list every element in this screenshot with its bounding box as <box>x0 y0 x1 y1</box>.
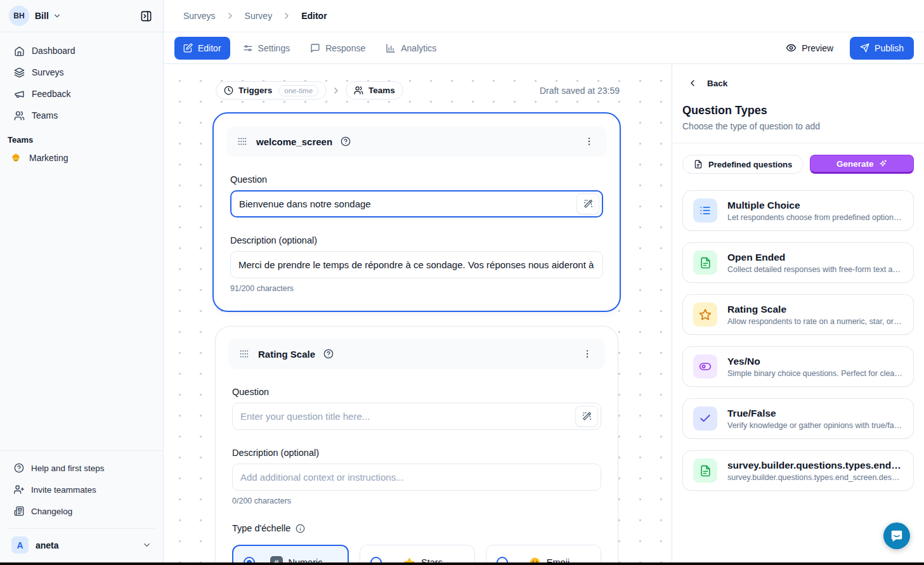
question-type-open-ended[interactable]: Open Ended Collect detailed responses wi… <box>682 242 914 283</box>
sidebar-item-invite[interactable]: Invite teammates <box>8 479 155 500</box>
preview-label: Preview <box>802 43 833 53</box>
sidebar-item-feedback[interactable]: Feedback <box>8 83 155 105</box>
list-icon <box>693 198 717 223</box>
magic-wand-icon <box>582 412 592 421</box>
sidebar-item-label: Feedback <box>32 89 70 99</box>
description-input[interactable] <box>233 472 601 483</box>
ai-rewrite-button[interactable] <box>575 406 598 427</box>
question-type-rating-scale[interactable]: Rating Scale Allow respondents to rate o… <box>682 294 914 335</box>
question-type-title: Rating Scale <box>727 304 903 315</box>
tab-analytics[interactable]: Analytics <box>378 37 444 60</box>
sidebar-item-surveys[interactable]: Surveys <box>8 62 155 83</box>
sidebar-item-label: Surveys <box>32 67 64 77</box>
panel-subtitle: Choose the type of question to add <box>682 121 914 131</box>
question-card-header[interactable]: Rating Scale <box>228 339 605 369</box>
eye-icon <box>786 42 797 53</box>
predefined-questions-button[interactable]: Predefined questions <box>682 155 804 174</box>
help-circle-icon[interactable] <box>323 349 334 359</box>
drag-handle-icon[interactable] <box>237 136 248 147</box>
radio-unselected[interactable] <box>497 557 508 562</box>
character-count: 91/200 characters <box>230 284 603 293</box>
sidebar-team-marketing[interactable]: Marketing <box>0 147 163 169</box>
character-count: 0/200 characters <box>232 497 601 505</box>
question-type-end-screen[interactable]: survey.builder.questions.types.end_scr..… <box>682 450 914 491</box>
organization-name: aneta <box>36 540 59 550</box>
triggers-label: Triggers <box>238 86 272 95</box>
scale-option-emoji[interactable]: Emoji <box>486 545 601 562</box>
predefined-questions-label: Predefined questions <box>708 160 792 169</box>
panel-actions: Predefined questions Generate <box>682 155 914 174</box>
sidebar-item-teams[interactable]: Teams <box>8 105 155 126</box>
users-icon <box>14 110 25 121</box>
generate-label: Generate <box>836 159 874 169</box>
organization-switcher[interactable]: A aneta <box>8 528 155 562</box>
question-input[interactable] <box>231 198 576 209</box>
teams-chip[interactable]: Teams <box>346 81 403 100</box>
breadcrumb-surveys[interactable]: Surveys <box>183 11 216 21</box>
canvas-top-row: Triggers one-time Teams Draft saved at 2… <box>216 81 620 100</box>
sidebar-item-label: Teams <box>32 110 58 120</box>
question-input[interactable] <box>233 411 575 422</box>
back-label: Back <box>707 79 727 88</box>
scale-option-label: Emoji <box>547 557 569 562</box>
sliders-icon <box>243 43 253 53</box>
sidebar-nav: Dashboard Surveys Feedback Teams <box>0 32 163 126</box>
chat-launcher-button[interactable] <box>883 523 910 549</box>
file-text-icon <box>693 250 717 275</box>
sidebar-collapse-button[interactable] <box>136 6 155 25</box>
breadcrumb-editor: Editor <box>301 11 327 21</box>
description-label: Description (optional) <box>232 448 601 458</box>
chevron-right-icon <box>225 11 235 21</box>
generate-button[interactable]: Generate <box>810 155 914 174</box>
description-input[interactable] <box>231 259 602 270</box>
worker-emoji-icon <box>10 152 22 164</box>
question-type-yes-no[interactable]: Yes/No Simple binary choice questions. P… <box>682 346 914 387</box>
question-card-title: Rating Scale <box>258 349 315 360</box>
tab-settings[interactable]: Settings <box>235 37 298 60</box>
breadcrumb-survey[interactable]: Survey <box>245 11 273 21</box>
question-type-true-false[interactable]: True/False Verify knowledge or gather op… <box>682 398 914 439</box>
rating-scale-card[interactable]: Rating Scale Question Description (optio… <box>215 326 618 562</box>
sparkles-icon <box>878 159 887 168</box>
radio-unselected[interactable] <box>370 557 382 562</box>
team-name: Marketing <box>29 153 68 163</box>
drag-handle-icon[interactable] <box>238 348 250 360</box>
sidebar-item-dashboard[interactable]: Dashboard <box>8 40 155 62</box>
scale-type-row: Type d'échelle <box>232 523 601 533</box>
user-plus-icon <box>14 484 24 495</box>
preview-button[interactable]: Preview <box>786 42 833 53</box>
tab-editor[interactable]: Editor <box>174 37 230 60</box>
publish-button[interactable]: Publish <box>850 37 914 60</box>
radio-selected[interactable] <box>244 557 255 562</box>
description-input-wrapper <box>230 251 603 278</box>
sidebar: BH Bill Dashboard Surveys Feedback <box>0 0 164 562</box>
tab-label: Settings <box>258 43 290 53</box>
question-card-header[interactable]: welcome_screen <box>226 126 607 157</box>
question-type-title: Yes/No <box>727 356 903 367</box>
question-type-description: Collect detailed responses with free-for… <box>727 265 903 274</box>
back-button[interactable]: Back <box>682 78 914 88</box>
welcome-screen-card[interactable]: welcome_screen Question Description (opt… <box>212 112 621 312</box>
question-type-description: Simple binary choice questions. Perfect … <box>727 369 903 378</box>
draft-status: Draft saved at 23:59 <box>540 86 620 96</box>
question-card-title: welcome_screen <box>256 136 332 147</box>
scale-option-label: Numeric <box>289 557 323 562</box>
info-icon[interactable] <box>296 524 305 533</box>
more-options-icon[interactable] <box>582 134 597 149</box>
sidebar-item-help[interactable]: Help and first steps <box>8 457 155 479</box>
triggers-chip[interactable]: Triggers one-time <box>216 81 327 100</box>
users-icon <box>354 86 363 95</box>
file-text-icon <box>693 458 717 483</box>
sidebar-item-changelog[interactable]: Changelog <box>8 500 155 522</box>
more-options-icon[interactable] <box>580 346 595 361</box>
question-type-multiple-choice[interactable]: Multiple Choice Let respondents choose f… <box>682 190 914 231</box>
chevron-down-icon <box>53 11 62 20</box>
scale-option-numeric[interactable]: # Numeric <box>232 545 349 562</box>
workspace-switcher[interactable]: BH Bill <box>0 0 163 32</box>
scale-option-stars[interactable]: Stars <box>360 545 475 562</box>
tab-response[interactable]: Response <box>303 37 373 60</box>
pencil-square-icon <box>183 43 193 53</box>
question-type-title: Open Ended <box>727 252 903 263</box>
ai-rewrite-button[interactable] <box>576 193 599 214</box>
help-circle-icon[interactable] <box>341 136 351 146</box>
